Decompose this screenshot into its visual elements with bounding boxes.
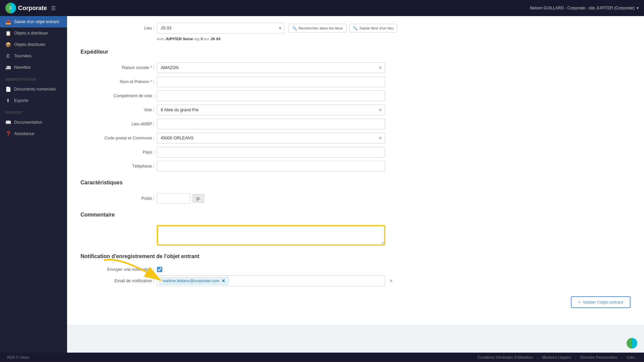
upload-icon: ⬆ xyxy=(5,98,11,103)
pays-label: Pays : xyxy=(80,150,154,155)
sidebar-item-documents-numerises[interactable]: 📄 Documents numérisés xyxy=(0,83,67,95)
voie-input[interactable] xyxy=(157,105,385,115)
user-dropdown-icon[interactable]: ▾ xyxy=(637,6,639,10)
hint-etg-value: 3 xyxy=(201,37,203,41)
sidebar-item-label: Tournées xyxy=(14,54,31,58)
poids-row: Poids : gr. xyxy=(80,193,631,204)
hint-imm-value: JUPITER Seine xyxy=(165,37,193,41)
footer-link-mentions[interactable]: Mentions Légales xyxy=(542,355,571,359)
sidebar-section-main: 📥 Saisie d'un objet entrant 📋 Objets à d… xyxy=(0,16,67,73)
calendar-icon: 🗓 xyxy=(5,53,11,59)
voie-input-wrapper: ✕ xyxy=(157,105,385,115)
email-notification-row: Email de notification : martine.leblanc@… xyxy=(80,276,631,286)
hint-etg-label: etg xyxy=(194,37,201,41)
footer-links: Conditions Générales d'Utilisation - Men… xyxy=(478,355,637,359)
expediteur-section-title: Expéditeur xyxy=(80,49,631,57)
notification-section-title: Notification d'enregistrement de l'objet… xyxy=(80,253,631,261)
logo-icon: C xyxy=(5,3,16,13)
search-in-lieux-button[interactable]: 🔍 Rechercher dans les lieux xyxy=(288,24,346,33)
sidebar-section-administration: ADMINISTRATION 📄 Documents numérisés ⬆ E… xyxy=(0,73,67,106)
email-tag: martine.leblanc@corporate.com ✕ xyxy=(159,277,228,285)
complement-voie-input[interactable] xyxy=(157,90,385,101)
sidebar-item-documentation[interactable]: 📖 Documentation xyxy=(0,117,67,128)
footer-link-separator2: - xyxy=(575,355,576,359)
lieu-dit-row: Lieu-dit/BP : xyxy=(80,119,631,129)
lieu-row: Lieu : JS 03 🔍 Rechercher dans les lieux… xyxy=(80,23,631,34)
lieu-select-wrapper: JS 03 xyxy=(157,23,284,34)
remove-email-tag-button[interactable]: ✕ xyxy=(221,279,225,283)
validate-button[interactable]: + Valider l'objet entrant xyxy=(571,296,631,308)
commentaire-row xyxy=(80,225,631,245)
code-postal-input-wrapper: ✕ xyxy=(157,133,385,143)
main-content: Lieu : JS 03 🔍 Rechercher dans les lieux… xyxy=(67,16,644,353)
lieu-dit-label: Lieu-dit/BP : xyxy=(80,122,154,126)
hamburger-icon[interactable]: ☰ xyxy=(51,5,56,11)
validate-icon: + xyxy=(578,300,581,305)
code-postal-input[interactable] xyxy=(157,133,385,143)
envoyer-notification-checkbox[interactable] xyxy=(157,267,162,272)
lieu-dit-input[interactable] xyxy=(157,119,385,129)
sidebar-item-label: Exports xyxy=(14,98,28,103)
telephone-row: Téléphone : xyxy=(80,161,631,172)
lieu-label: Lieu : xyxy=(80,26,154,31)
email-input[interactable] xyxy=(230,279,383,283)
sidebar-item-navettes[interactable]: 🚐 Navettes xyxy=(0,62,67,73)
footer-link-donnees[interactable]: Données Personnelles xyxy=(580,355,618,359)
raison-sociale-clear-button[interactable]: ✕ xyxy=(378,65,382,70)
free-entry-icon: 🔍 xyxy=(353,26,358,31)
hint-imm-label: imm xyxy=(157,37,165,41)
raison-sociale-label: Raison sociale * : xyxy=(80,65,154,70)
nom-prenom-input[interactable] xyxy=(157,76,385,87)
footer-link-cgu[interactable]: Conditions Générales d'Utilisation xyxy=(478,355,533,359)
book-icon: 📖 xyxy=(5,120,11,125)
voie-clear-button[interactable]: ✕ xyxy=(378,107,382,113)
admin-section-label: ADMINISTRATION xyxy=(0,73,67,83)
code-postal-clear-button[interactable]: ✕ xyxy=(378,135,382,141)
user-info: Nelson GUILLARD - Corporate - site JUPIT… xyxy=(530,6,639,10)
validate-label: Valider l'objet entrant xyxy=(583,300,623,305)
sidebar-item-objets-distribues[interactable]: 📦 Objets distribués xyxy=(0,39,67,50)
sidebar-item-tournees[interactable]: 🗓 Tournées xyxy=(0,50,67,62)
help-icon: ❓ xyxy=(5,131,11,136)
telephone-input[interactable] xyxy=(157,161,385,172)
sidebar-item-label: Documentation xyxy=(14,120,42,125)
inbox-icon: 📥 xyxy=(5,19,11,24)
bus-icon: 🚐 xyxy=(5,65,11,70)
code-postal-row: Code postal et Commune : ✕ xyxy=(80,133,631,143)
form-footer: + Valider l'objet entrant xyxy=(80,290,631,311)
lieu-action-buttons: 🔍 Rechercher dans les lieux 🔍 Saisie lib… xyxy=(288,24,397,33)
footer: 2024 © Uixen. Conditions Générales d'Uti… xyxy=(0,353,644,362)
sidebar-item-label: Documents numérisés xyxy=(14,87,56,92)
voie-label: Voie : xyxy=(80,108,154,112)
poids-wrapper: gr. xyxy=(157,193,204,204)
envoyer-notification-checkbox-wrapper xyxy=(157,267,162,272)
voie-row: Voie : ✕ xyxy=(80,105,631,115)
free-entry-lieu-label: Saisie libre d'un lieu xyxy=(359,26,393,30)
code-postal-label: Code postal et Commune : xyxy=(80,136,154,140)
footer-link-separator3: - xyxy=(622,355,623,359)
sidebar-item-saisie-objet-entrant[interactable]: 📥 Saisie d'un objet entrant xyxy=(0,16,67,27)
lieu-hint: imm JUPITER Seine etg 3 bur JS 03 xyxy=(80,37,631,41)
sidebar-item-label: Navettes xyxy=(14,65,31,70)
hint-bur-label: bur xyxy=(204,37,210,41)
sidebar-item-label: Assistance xyxy=(14,131,34,136)
telephone-label: Téléphone : xyxy=(80,164,154,169)
sidebar-item-objets-a-distribuer[interactable]: 📋 Objets à distribuer xyxy=(0,27,67,39)
lieu-select[interactable]: JS 03 xyxy=(157,23,284,34)
sidebar: 📥 Saisie d'un objet entrant 📋 Objets à d… xyxy=(0,16,67,353)
poids-unit: gr. xyxy=(193,194,204,203)
sidebar-item-assistance[interactable]: ❓ Assistance xyxy=(0,128,67,139)
raison-sociale-input[interactable] xyxy=(157,62,385,73)
user-info-text: Nelson GUILLARD - Corporate - site JUPIT… xyxy=(530,6,635,10)
poids-input[interactable] xyxy=(157,193,191,204)
email-clear-button[interactable]: ✕ xyxy=(389,278,393,284)
sidebar-item-exports[interactable]: ⬆ Exports xyxy=(0,95,67,106)
commentaire-textarea[interactable] xyxy=(157,225,385,245)
header-left: C Corporate ☰ xyxy=(5,3,56,13)
free-entry-lieu-button[interactable]: 🔍 Saisie libre d'un lieu xyxy=(349,24,397,33)
pays-input[interactable] xyxy=(157,147,385,158)
envoyer-notification-row: Envoyer une notification : xyxy=(80,267,631,272)
footer-link-colo[interactable]: Colo... xyxy=(627,355,637,359)
email-input-wrapper[interactable]: martine.leblanc@corporate.com ✕ xyxy=(157,276,385,286)
logo: C Corporate xyxy=(5,3,47,13)
